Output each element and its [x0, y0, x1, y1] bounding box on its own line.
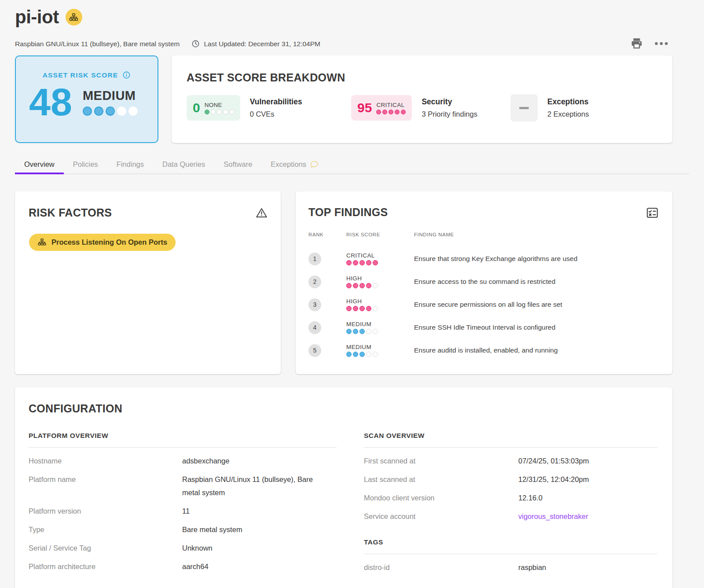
findings-table-body: 1 CRITICAL Ensure that strong Key Exchan… — [296, 247, 672, 362]
security-dots — [376, 110, 406, 114]
info-icon[interactable] — [122, 71, 131, 79]
configuration-title: CONFIGURATION — [15, 387, 672, 415]
more-options-button[interactable] — [654, 40, 669, 47]
rank-badge: 2 — [308, 276, 321, 288]
config-row: Platform version 11 — [29, 502, 337, 520]
config-value: 11 — [182, 504, 190, 518]
config-label: Mondoo client version — [364, 491, 518, 504]
platform-overview-title: PLATFORM OVERVIEW — [29, 432, 337, 440]
security-badge: 95 CRITICAL — [351, 95, 412, 121]
tags-section: TAGS distro-id raspbian — [364, 538, 657, 577]
tab-bar: Overview Policies Findings Data Queries … — [15, 155, 689, 174]
vulnerabilities-count: 0 — [193, 101, 200, 114]
column-risk-score: RISK SCORE — [346, 232, 414, 237]
config-label: Hostname — [29, 454, 182, 467]
lan-icon — [37, 238, 47, 247]
severity-label: HIGH — [346, 275, 414, 282]
severity-label: HIGH — [346, 298, 414, 305]
config-row: First scanned at 07/24/25, 01:53:03pm — [364, 452, 657, 470]
vulnerabilities-badge: 0 NONE — [187, 95, 240, 121]
finding-row[interactable]: 1 CRITICAL Ensure that strong Key Exchan… — [296, 247, 672, 270]
finding-name: Ensure access to the su command is restr… — [414, 278, 672, 286]
config-label: Platform architecture — [29, 560, 182, 573]
config-label: Type — [29, 523, 182, 536]
top-findings-title: TOP FINDINGS — [308, 206, 388, 219]
finding-row[interactable]: 5 MEDIUM Ensure auditd is installed, ena… — [296, 339, 672, 362]
config-value: 12/31/25, 12:04:20pm — [518, 473, 589, 486]
tab-policies[interactable]: Policies — [64, 155, 107, 173]
security-title: Security — [422, 97, 477, 107]
tab-software[interactable]: Software — [214, 155, 261, 173]
risk-factor-pill[interactable]: Process Listening On Open Ports — [29, 234, 176, 251]
finding-row[interactable]: 2 HIGH Ensure access to the su command i… — [296, 270, 672, 293]
platform-overview-section: PLATFORM OVERVIEW Hostname adsbexchange … — [29, 432, 337, 577]
config-row: Service account vigorous_stonebraker — [364, 507, 657, 526]
page-title: pi-iot — [15, 7, 59, 27]
config-row: Type Bare metal system — [29, 520, 337, 539]
top-findings-card: TOP FINDINGS RANK RISK SCORE FINDING NAM… — [296, 191, 672, 374]
column-rank: RANK — [308, 232, 346, 237]
ellipsis-icon — [654, 40, 669, 47]
severity-label: MEDIUM — [346, 321, 414, 327]
column-finding-name: FINDING NAME — [414, 232, 672, 237]
breakdown-item-vulnerabilities: 0 NONE Vulnerabilities 0 CVEs — [187, 94, 302, 121]
config-label: distro-id — [364, 561, 518, 574]
service-account-link[interactable]: vigorous_stonebraker — [518, 510, 588, 523]
divider — [364, 447, 657, 448]
severity-label: CRITICAL — [346, 252, 414, 259]
severity-dots — [346, 260, 414, 265]
severity-dots — [346, 283, 414, 288]
breakdown-title: ASSET SCORE BREAKDOWN — [187, 71, 345, 84]
finding-name: Ensure SSH Idle Timeout Interval is conf… — [414, 323, 672, 331]
config-value: 07/24/25, 01:53:03pm — [518, 454, 589, 467]
finding-row[interactable]: 4 MEDIUM Ensure SSH Idle Timeout Interva… — [296, 316, 672, 339]
config-value: Raspbian GNU/Linux 11 (bullseye), Bare m… — [182, 473, 330, 499]
platform-subtitle: Raspbian GNU/Linux 11 (bullseye), Bare m… — [15, 40, 180, 48]
findings-table-header: RANK RISK SCORE FINDING NAME — [296, 232, 672, 237]
severity-dots — [346, 329, 414, 334]
config-label: Serial / Service Tag — [29, 541, 182, 555]
vulnerabilities-title: Vulnerabilities — [250, 97, 302, 107]
risk-score-label: ASSET RISK SCORE — [43, 71, 118, 79]
risk-level-label: MEDIUM — [83, 88, 138, 103]
config-value: Unknown — [182, 541, 213, 555]
tab-exceptions[interactable]: Exceptions — [261, 155, 328, 173]
finding-name: Ensure auditd is installed, enabled, and… — [414, 346, 672, 354]
last-updated-text: Last Updated: December 31, 12:04PM — [204, 40, 320, 48]
divider — [29, 447, 337, 448]
breakdown-item-security: 95 CRITICAL Security 3 Priority findings — [351, 94, 477, 121]
risk-factors-card: RISK FACTORS Process Listening On Open P… — [15, 191, 281, 374]
finding-name: Ensure secure permissions on all log fil… — [414, 301, 672, 309]
risk-score-dots — [83, 107, 138, 116]
config-value: adsbexchange — [182, 454, 229, 467]
lan-icon — [69, 12, 79, 22]
minus-icon — [519, 107, 529, 109]
risk-factor-label: Process Listening On Open Ports — [51, 238, 167, 246]
config-row: Platform architecture aarch64 — [29, 557, 337, 576]
exceptions-badge — [510, 94, 538, 121]
finding-row[interactable]: 3 HIGH Ensure secure permissions on all … — [296, 293, 672, 316]
breakdown-item-exceptions: Exceptions 2 Exceptions — [510, 94, 589, 121]
config-label: Platform name — [29, 473, 182, 499]
config-row: distro-id raspbian — [364, 558, 657, 577]
config-row: Serial / Service Tag Unknown — [29, 539, 337, 557]
tab-findings[interactable]: Findings — [107, 155, 153, 173]
vulnerabilities-severity-label: NONE — [205, 102, 234, 108]
comment-bubble-icon — [310, 160, 319, 169]
security-score: 95 — [357, 101, 372, 114]
config-label: First scanned at — [364, 454, 518, 467]
config-row: Last scanned at 12/31/25, 12:04:20pm — [364, 470, 657, 489]
config-row: Mondoo client version 12.16.0 — [364, 489, 657, 507]
warning-triangle-icon — [256, 207, 268, 219]
tab-overview[interactable]: Overview — [15, 155, 64, 173]
tags-title: TAGS — [364, 538, 657, 546]
config-row: Hostname adsbexchange — [29, 452, 337, 470]
config-value: 12.16.0 — [518, 491, 543, 504]
scan-overview-title: SCAN OVERVIEW — [364, 432, 657, 440]
config-label: Service account — [364, 510, 518, 523]
exceptions-title: Exceptions — [547, 97, 589, 107]
tab-data-queries[interactable]: Data Queries — [153, 155, 214, 173]
print-button[interactable] — [630, 37, 643, 50]
severity-label: MEDIUM — [346, 344, 414, 350]
security-subtitle: 3 Priority findings — [422, 110, 477, 118]
